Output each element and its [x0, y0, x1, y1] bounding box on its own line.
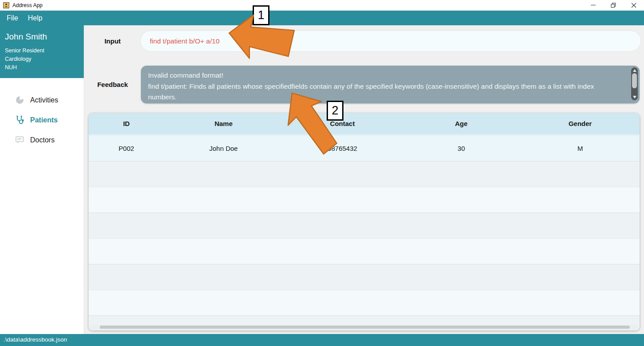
app-icon: [3, 2, 9, 8]
patient-table: IDNameContactAgeGender P002John Doe98765…: [89, 113, 640, 330]
status-bar: .\data\addressbook.json: [0, 334, 644, 346]
table-header-row: IDNameContactAgeGender: [89, 113, 640, 135]
window-title: Address App: [12, 2, 43, 8]
column-header-name[interactable]: Name: [164, 113, 283, 134]
sidebar-item-label: Activities: [30, 96, 58, 104]
horizontal-scrollbar-thumb[interactable]: [100, 326, 630, 329]
feedback-scrollbar[interactable]: [631, 67, 638, 100]
profile-role: Senior Resident: [5, 47, 78, 55]
sidebar-item-label: Patients: [30, 116, 58, 124]
column-header-id[interactable]: ID: [89, 113, 164, 134]
annotation-arrow-1: [224, 10, 297, 67]
title-bar: Address App: [0, 0, 644, 11]
close-icon: [631, 3, 636, 8]
menu-help[interactable]: Help: [28, 14, 43, 22]
sidebar-item-activities[interactable]: Activities: [0, 90, 84, 110]
profile-department: Cardiology: [5, 55, 78, 63]
table-empty-row: [89, 187, 640, 212]
profile-hospital: NUH: [5, 63, 78, 72]
sidebar-item-patients[interactable]: Patients: [0, 110, 84, 130]
scrollbar-thumb[interactable]: [632, 73, 637, 88]
restore-icon: [611, 3, 616, 8]
command-input[interactable]: [141, 31, 640, 51]
window-controls: [583, 0, 644, 10]
chat-bubble-icon: [15, 135, 24, 145]
file-path-label: .\data\addressbook.json: [4, 336, 67, 343]
feedback-line: Invalid command format!: [148, 70, 624, 81]
table-cell: P002: [89, 135, 164, 161]
table-body: P002John Doe9876543230M: [89, 135, 640, 330]
column-header-gender[interactable]: Gender: [521, 113, 640, 134]
restore-button[interactable]: [603, 0, 624, 10]
feedback-line: find t/patient: Finds all patients whose…: [148, 81, 624, 103]
sidebar: John Smith Senior Resident Cardiology NU…: [0, 25, 84, 334]
table-empty-row: [89, 212, 640, 238]
menu-bar: File Help: [0, 11, 644, 25]
profile-name: John Smith: [5, 32, 78, 42]
table-empty-row: [89, 238, 640, 264]
annotation-label-2: 2: [327, 101, 343, 121]
table-cell: 30: [402, 135, 521, 161]
table-empty-row: [89, 161, 640, 187]
menu-file[interactable]: File: [7, 14, 18, 22]
minimize-icon: [591, 5, 596, 5]
sidebar-nav: Activities Patients: [0, 90, 84, 150]
sidebar-item-label: Doctors: [30, 136, 55, 144]
table-cell: M: [521, 135, 640, 161]
table-cell: John Doe: [164, 135, 283, 161]
profile-card: John Smith Senior Resident Cardiology NU…: [0, 25, 84, 78]
close-button[interactable]: [624, 0, 644, 10]
feedback-row: Feedback Invalid command format! find t/…: [84, 66, 640, 103]
main-content: Input Feedback Invalid command format! f…: [84, 25, 644, 334]
table-empty-row: [89, 264, 640, 290]
stethoscope-icon: [15, 115, 24, 125]
pie-chart-icon: [15, 95, 24, 105]
scroll-up-icon[interactable]: [633, 69, 636, 72]
sidebar-item-doctors[interactable]: Doctors: [0, 130, 84, 150]
table-row[interactable]: P002John Doe9876543230M: [89, 135, 640, 161]
column-header-age[interactable]: Age: [402, 113, 521, 134]
feedback-label: Feedback: [84, 81, 141, 88]
table-empty-row: [89, 290, 640, 315]
feedback-box: Invalid command format! find t/patient: …: [141, 66, 640, 103]
minimize-button[interactable]: [583, 0, 603, 10]
scroll-down-icon[interactable]: [633, 96, 636, 98]
input-label: Input: [84, 37, 141, 45]
input-row: Input: [84, 31, 640, 51]
